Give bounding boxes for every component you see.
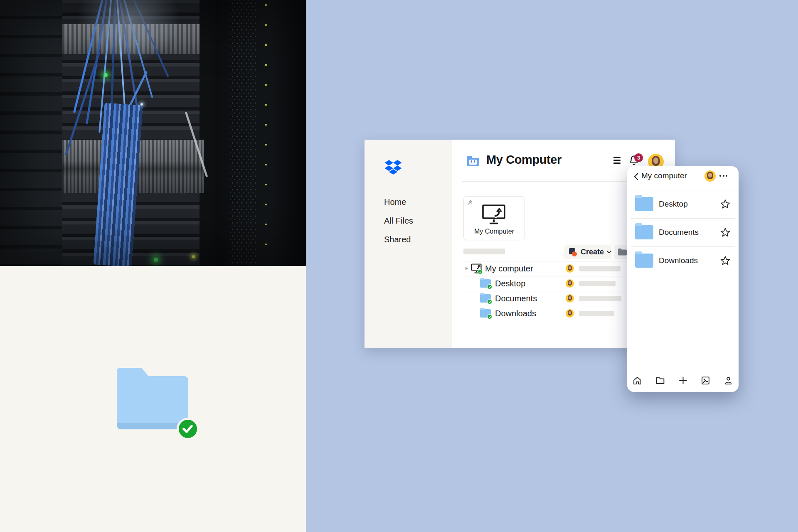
computer-sync-icon	[482, 204, 507, 227]
create-brand-mark	[569, 248, 577, 256]
avatar	[566, 279, 574, 288]
create-button[interactable]: Create	[564, 245, 611, 259]
folder-icon	[635, 254, 653, 268]
skeleton-bar	[579, 281, 616, 286]
star-icon[interactable]	[720, 227, 730, 239]
my-computer-card[interactable]: My Computer	[463, 196, 525, 240]
sidebar-item-home[interactable]: Home	[384, 197, 406, 207]
folder-icon	[635, 197, 653, 211]
folder-icon	[635, 225, 653, 239]
skeleton-bar	[579, 311, 614, 316]
home-icon[interactable]	[633, 376, 642, 385]
sidebar-item-all-files[interactable]: All Files	[384, 216, 413, 226]
skeleton-bar	[463, 249, 505, 254]
list-divider	[631, 190, 735, 190]
avatar	[566, 264, 574, 273]
list-divider	[631, 275, 735, 275]
photos-icon[interactable]	[701, 376, 710, 385]
account-icon[interactable]	[724, 376, 733, 385]
hamburger-menu-icon[interactable]	[613, 157, 621, 165]
file-row-my-computer[interactable]: My computer	[485, 263, 533, 274]
skeleton-bar	[579, 266, 621, 271]
star-icon[interactable]	[720, 199, 730, 210]
page-title: My Computer	[486, 153, 562, 167]
check-badge-icon	[177, 418, 199, 440]
shared-folder-icon	[466, 155, 480, 169]
mobile-row-documents[interactable]: Documents	[659, 227, 699, 238]
star-icon[interactable]	[720, 256, 730, 267]
server-rack-photo	[0, 0, 306, 266]
folder-sync-icon	[480, 279, 491, 288]
back-chevron-icon[interactable]	[634, 173, 638, 182]
list-divider	[631, 246, 735, 247]
folder-sync-icon	[480, 309, 491, 318]
dropbox-mobile-panel: My computer Desktop Documents Downloads	[627, 166, 739, 392]
disclosure-caret[interactable]	[466, 267, 468, 270]
file-row-desktop[interactable]: Desktop	[495, 278, 525, 289]
plus-icon[interactable]	[678, 376, 688, 385]
avatar	[566, 309, 574, 318]
pin-icon	[467, 200, 473, 207]
sidebar-item-shared[interactable]: Shared	[384, 234, 411, 244]
folder-icon[interactable]	[655, 376, 665, 385]
file-row-downloads[interactable]: Downloads	[495, 308, 536, 319]
synced-folder-illustration	[117, 376, 188, 429]
create-button-label: Create	[581, 248, 604, 256]
notification-badge: 3	[634, 153, 643, 162]
dropbox-logo[interactable]	[384, 160, 402, 176]
mobile-bottom-nav	[627, 372, 739, 389]
mobile-title: My computer	[641, 170, 687, 181]
folder-upload-icon	[618, 249, 627, 256]
card-label: My Computer	[464, 228, 525, 235]
skeleton-bar	[579, 296, 621, 301]
chevron-down-icon	[607, 251, 611, 254]
folder-sync-icon	[480, 294, 491, 303]
page: { "win": { "sidebar": { "items": ["Home"…	[0, 0, 798, 532]
overflow-menu-icon[interactable]	[719, 175, 727, 177]
list-divider	[631, 218, 735, 219]
file-row-documents[interactable]: Documents	[495, 293, 537, 304]
mobile-row-desktop[interactable]: Desktop	[659, 199, 688, 209]
sidebar: Home All Files Shared	[365, 140, 452, 348]
computer-sync-icon	[471, 264, 482, 275]
avatar[interactable]	[704, 170, 716, 182]
avatar	[566, 294, 574, 303]
mobile-row-downloads[interactable]: Downloads	[659, 255, 698, 266]
